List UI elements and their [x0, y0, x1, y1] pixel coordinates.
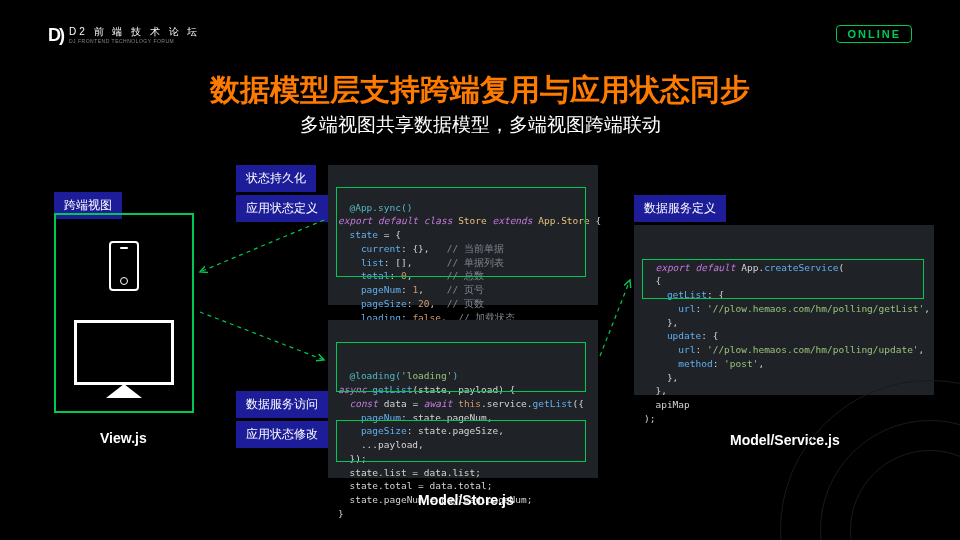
tag-app-state-modify: 应用状态修改 [236, 421, 328, 448]
logo-text-en: DJ FRONTEND TECHNOLOGY FORUM [69, 39, 200, 44]
forum-logo: D) D2 前 端 技 术 论 坛 DJ FRONTEND TECHNOLOGY… [48, 25, 200, 46]
view-devices-box [54, 213, 194, 413]
phone-icon [109, 241, 139, 291]
svg-line-2 [600, 280, 630, 356]
tag-data-service-access: 数据服务访问 [236, 391, 328, 418]
tag-state-persist: 状态持久化 [236, 165, 316, 192]
logo-text-cn: D2 前 端 技 术 论 坛 [69, 27, 200, 37]
online-badge: ONLINE [836, 25, 912, 43]
logo-icon: D) [48, 25, 63, 46]
svg-line-0 [200, 220, 324, 272]
code-store-state: @App.sync() export default class Store e… [328, 165, 598, 305]
tag-app-state-def: 应用状态定义 [236, 195, 328, 222]
monitor-icon [74, 320, 174, 385]
code-service: export default App.createService( { getL… [634, 225, 934, 395]
slide-title: 数据模型层支持跨端复用与应用状态同步 [0, 70, 960, 111]
tag-data-service-def: 数据服务定义 [634, 195, 726, 222]
slide-subtitle: 多端视图共享数据模型，多端视图跨端联动 [0, 112, 960, 138]
svg-line-1 [200, 312, 324, 360]
caption-store: Model/Store.js [418, 492, 514, 508]
code-store-getlist: @loading('loading') async getList(state,… [328, 320, 598, 478]
caption-view: View.js [100, 430, 147, 446]
